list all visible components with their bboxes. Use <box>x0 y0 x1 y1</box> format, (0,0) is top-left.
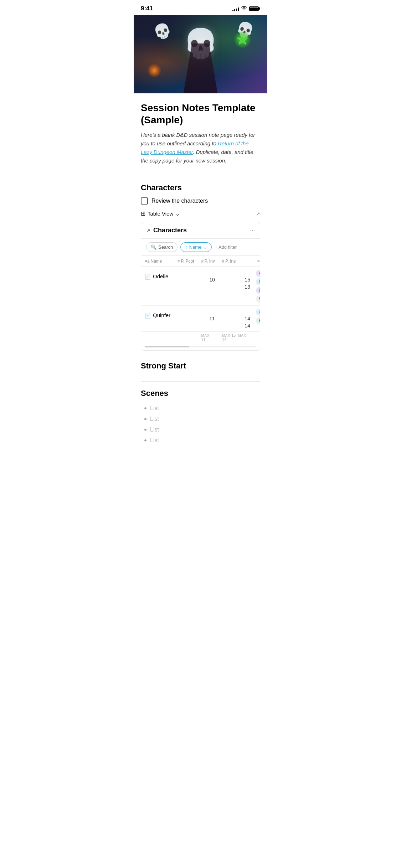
list-item: List <box>144 414 260 424</box>
table-row: 📄 Odelle 10 1513 Acrobatics Arcana Insig… <box>141 267 260 306</box>
list-item-label: List <box>150 416 159 422</box>
quinfer-name: Quinfer <box>153 312 170 318</box>
scenes-list: List List List List <box>141 403 260 446</box>
col-pinv: #P. Inv <box>197 256 218 267</box>
list-item-label: List <box>150 427 159 433</box>
add-filter-label: + Add filter <box>215 244 237 250</box>
search-label: Search <box>158 244 173 250</box>
search-icon: 🔍 <box>151 244 156 250</box>
skull-left-decoration: 💀 <box>151 20 174 42</box>
list-item: List <box>144 403 260 414</box>
scrollbar-track <box>145 346 256 347</box>
list-item-label: List <box>150 405 159 412</box>
scrollbar-thumb <box>145 346 189 347</box>
skill-tag: Arcana <box>256 309 260 316</box>
svg-point-0 <box>243 9 244 10</box>
table-icon: ⊞ <box>141 210 145 217</box>
max-name-cell <box>141 332 174 345</box>
max-skills <box>254 332 260 345</box>
search-button[interactable]: 🔍 Search <box>146 242 178 252</box>
db-table-more-icon[interactable]: ··· <box>250 227 255 234</box>
quinfer-pins: 1414 <box>219 306 254 332</box>
quinfer-pinv: 11 <box>197 306 218 332</box>
col-trained-skills: ≡Trained Skills <box>254 256 260 267</box>
list-item: List <box>144 424 260 435</box>
name-filter-up-icon: ↑ <box>185 244 187 250</box>
col-ppcpt: #P. Pcpt <box>174 256 197 267</box>
odelle-name-cell[interactable]: 📄 Odelle <box>141 267 174 306</box>
list-item-label: List <box>150 437 159 444</box>
skill-tag: Religion <box>256 317 260 324</box>
filter-row: 🔍 Search ↑ Name ⌄ + Add filter <box>141 239 260 256</box>
scenes-section: Scenes List List List List <box>141 389 260 446</box>
page-content: Session Notes Template (Sample) Here's a… <box>134 93 267 461</box>
status-icons <box>232 6 260 11</box>
quinfer-ppcpt <box>174 306 197 332</box>
expand-icon[interactable]: ↗ <box>256 211 260 217</box>
scenes-section-header: Scenes <box>141 389 260 398</box>
skill-tag: Investigation <box>256 287 260 294</box>
fire-glow-decoration <box>147 63 161 78</box>
hero-image: 💀 💀 💀 <box>134 15 267 93</box>
quinfer-skills: Arcana Insight History Religion Sleight … <box>254 306 260 332</box>
divider-1 <box>141 176 260 176</box>
odelle-name: Odelle <box>153 273 168 279</box>
bullet-dot <box>144 429 146 431</box>
characters-db-table: ↗ Characters ··· 🔍 Search ↑ Name ⌄ + Add… <box>141 222 260 351</box>
bullet-dot <box>144 418 146 420</box>
max-pins: MAX 15 MAX 14 <box>219 332 254 345</box>
name-filter-label: Name <box>189 244 202 250</box>
review-characters-item[interactable]: Review the characters <box>141 197 260 205</box>
db-table-title: Characters <box>153 227 187 234</box>
review-characters-label: Review the characters <box>151 198 208 204</box>
status-time: 9:41 <box>141 5 153 12</box>
status-bar: 9:41 <box>134 0 267 15</box>
max-ppcpt <box>174 332 197 345</box>
table-view-label: Table View <box>148 211 173 217</box>
db-table-arrow-icon: ↗ <box>146 228 150 233</box>
max-pinv: MAX 11 <box>197 332 218 345</box>
col-pins: #P. Ins <box>219 256 254 267</box>
name-filter-button[interactable]: ↑ Name ⌄ <box>180 242 212 252</box>
odelle-pinv: 10 <box>197 267 218 306</box>
quinfer-name-cell[interactable]: 📄 Quinfer <box>141 306 174 332</box>
data-table: AaName #P. Pcpt #P. Inv #P. Ins ≡Trained… <box>141 256 260 345</box>
horizontal-scrollbar[interactable] <box>141 345 260 350</box>
wifi-icon <box>241 6 247 11</box>
db-table-header: ↗ Characters ··· <box>141 222 260 239</box>
list-item: List <box>144 435 260 446</box>
svg-marker-1 <box>237 34 248 45</box>
chevron-down-icon: ⌄ <box>175 211 180 217</box>
bullet-dot <box>144 407 146 409</box>
signal-icon <box>232 6 239 11</box>
table-header-row: AaName #P. Pcpt #P. Inv #P. Ins ≡Trained… <box>141 256 260 267</box>
odelle-ppcpt <box>174 267 197 306</box>
strong-start-section: Strong Start <box>141 361 260 371</box>
add-filter-button[interactable]: + Add filter <box>215 244 237 250</box>
bullet-dot <box>144 439 146 441</box>
characters-section-header: Characters <box>141 183 260 192</box>
battery-icon <box>249 6 260 11</box>
db-table-title-row: ↗ Characters <box>146 227 187 234</box>
green-glow-decoration <box>233 31 251 48</box>
page-subtitle: Here's a blank D&D session note page rea… <box>141 131 260 165</box>
review-characters-checkbox[interactable] <box>141 197 148 205</box>
col-name: AaName <box>141 256 174 267</box>
max-row: MAX 11 MAX 15 MAX 14 <box>141 332 260 345</box>
page-title: Session Notes Template (Sample) <box>141 102 260 126</box>
skill-tag: Insight <box>256 278 260 285</box>
doc-icon: 📄 <box>145 313 151 319</box>
strong-start-header: Strong Start <box>141 361 260 371</box>
divider-2 <box>141 381 260 382</box>
skill-tag: Sleight of Hand <box>256 295 260 303</box>
skill-tag: Acrobatics <box>256 270 260 277</box>
table-view-toggle-row: ⊞ Table View ⌄ ↗ <box>141 210 260 217</box>
doc-icon: 📄 <box>145 274 151 280</box>
odelle-skills: Acrobatics Arcana Insight Deception Inve… <box>254 267 260 306</box>
table-view-button[interactable]: ⊞ Table View ⌄ <box>141 210 180 217</box>
name-filter-chevron-icon: ⌄ <box>203 244 207 250</box>
odelle-pins: 1513 <box>219 267 254 306</box>
table-row: 📄 Quinfer 11 1414 Arcana Insight History <box>141 306 260 332</box>
